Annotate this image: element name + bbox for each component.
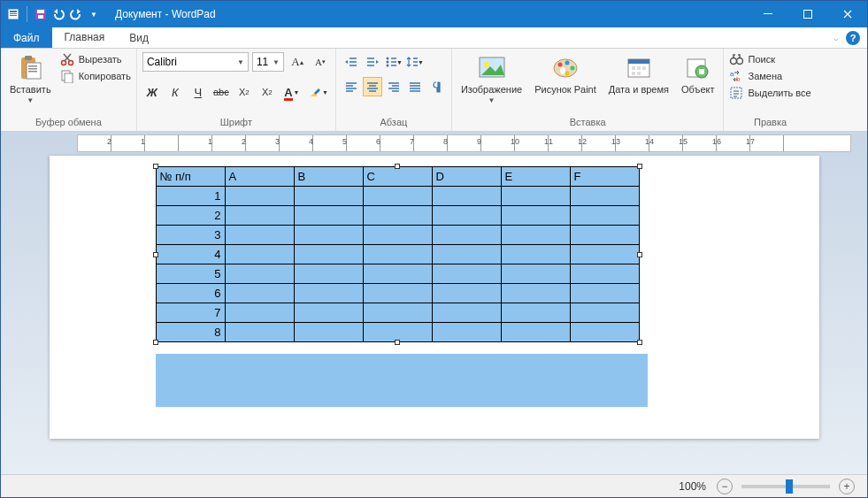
table-cell[interactable] bbox=[432, 245, 501, 264]
selection-handle[interactable] bbox=[637, 252, 642, 257]
table-cell[interactable]: 7 bbox=[156, 303, 225, 323]
table-cell[interactable] bbox=[501, 245, 570, 264]
table-cell[interactable] bbox=[432, 264, 501, 284]
strikethrough-button[interactable]: abc bbox=[211, 82, 231, 102]
paste-button[interactable]: Вставить ▼ bbox=[6, 52, 55, 106]
table-cell[interactable] bbox=[432, 284, 501, 303]
table-cell[interactable]: 3 bbox=[156, 226, 225, 245]
copy-button[interactable]: Копировать bbox=[60, 69, 131, 83]
subscript-button[interactable]: X2 bbox=[234, 82, 254, 102]
qat-customize-icon[interactable]: ▼ bbox=[87, 7, 101, 21]
grow-font-button[interactable]: A▴ bbox=[288, 52, 307, 72]
table-cell[interactable] bbox=[501, 206, 570, 226]
table-cell[interactable] bbox=[294, 303, 363, 323]
selection-handle[interactable] bbox=[637, 340, 642, 345]
underline-button[interactable]: Ч bbox=[188, 82, 208, 102]
ribbon-collapse-icon[interactable]: ⌵ bbox=[833, 33, 839, 42]
italic-button[interactable]: К bbox=[165, 82, 185, 102]
table-cell[interactable]: 6 bbox=[156, 284, 225, 303]
minimize-button[interactable] bbox=[748, 1, 787, 27]
table-cell[interactable] bbox=[225, 187, 294, 206]
table-header-cell[interactable]: C bbox=[363, 167, 432, 187]
align-left-button[interactable] bbox=[342, 77, 361, 96]
table-cell[interactable] bbox=[501, 284, 570, 303]
redo-icon[interactable] bbox=[69, 7, 83, 21]
table-cell[interactable] bbox=[225, 303, 294, 323]
table-cell[interactable] bbox=[225, 284, 294, 303]
table-cell[interactable]: 4 bbox=[156, 245, 225, 264]
table-cell[interactable] bbox=[294, 323, 363, 342]
table-header-cell[interactable]: D bbox=[432, 167, 501, 187]
selection-handle[interactable] bbox=[153, 340, 158, 345]
help-icon[interactable]: ? bbox=[846, 31, 860, 45]
table-cell[interactable] bbox=[363, 303, 432, 323]
table-header-cell[interactable]: E bbox=[501, 167, 570, 187]
table-cell[interactable] bbox=[570, 303, 639, 323]
table-cell[interactable] bbox=[432, 206, 501, 226]
table-cell[interactable] bbox=[570, 245, 639, 264]
decrease-indent-button[interactable] bbox=[342, 52, 361, 72]
table-cell[interactable] bbox=[294, 284, 363, 303]
superscript-button[interactable]: X2 bbox=[257, 82, 277, 102]
shrink-font-button[interactable]: A▾ bbox=[311, 52, 330, 72]
table-cell[interactable] bbox=[432, 226, 501, 245]
table-cell[interactable] bbox=[294, 187, 363, 206]
insert-image-button[interactable]: Изображение ▼ bbox=[457, 52, 526, 106]
table-cell[interactable] bbox=[225, 264, 294, 284]
table-header-cell[interactable]: F bbox=[570, 167, 639, 187]
table-header-cell[interactable]: № п/п bbox=[156, 167, 225, 187]
table-cell[interactable] bbox=[501, 323, 570, 342]
save-icon[interactable] bbox=[34, 7, 48, 21]
table-cell[interactable] bbox=[225, 206, 294, 226]
table-cell[interactable] bbox=[570, 323, 639, 342]
table-cell[interactable] bbox=[570, 226, 639, 245]
tab-file[interactable]: Файл bbox=[1, 27, 52, 48]
selectall-button[interactable]: Выделить все bbox=[729, 86, 810, 100]
increase-indent-button[interactable] bbox=[363, 52, 382, 72]
table-header-cell[interactable]: A bbox=[225, 167, 294, 187]
find-button[interactable]: Поиск bbox=[729, 52, 810, 66]
table-cell[interactable]: 8 bbox=[156, 323, 225, 342]
table-cell[interactable] bbox=[432, 187, 501, 206]
table-cell[interactable] bbox=[363, 187, 432, 206]
align-justify-button[interactable] bbox=[405, 77, 425, 96]
table-cell[interactable] bbox=[363, 284, 432, 303]
font-color-button[interactable]: A▼ bbox=[280, 82, 303, 102]
table-cell[interactable] bbox=[570, 264, 639, 284]
table-cell[interactable] bbox=[432, 323, 501, 342]
document-page[interactable]: № п/пABCDEF12345678 bbox=[50, 156, 819, 439]
zoom-in-button[interactable]: + bbox=[839, 479, 855, 494]
table-cell[interactable] bbox=[432, 303, 501, 323]
font-size-combo[interactable]: 11 ▼ bbox=[252, 52, 284, 72]
tab-home[interactable]: Главная bbox=[52, 27, 118, 48]
table-cell[interactable] bbox=[363, 245, 432, 264]
table-cell[interactable] bbox=[225, 323, 294, 342]
bullet-list-button[interactable]: ▼ bbox=[384, 52, 403, 72]
table-cell[interactable] bbox=[501, 303, 570, 323]
tab-view[interactable]: Вид bbox=[117, 27, 161, 48]
selection-handle[interactable] bbox=[395, 340, 400, 345]
table-cell[interactable] bbox=[570, 187, 639, 206]
table-cell[interactable] bbox=[501, 187, 570, 206]
table-cell[interactable] bbox=[225, 226, 294, 245]
paragraph-dialog-button[interactable] bbox=[426, 77, 446, 96]
cut-button[interactable]: Вырезать bbox=[60, 52, 131, 66]
table-cell[interactable] bbox=[294, 206, 363, 226]
table-header-cell[interactable]: B bbox=[294, 167, 363, 187]
table-cell[interactable] bbox=[294, 264, 363, 284]
table-cell[interactable] bbox=[363, 226, 432, 245]
zoom-out-button[interactable]: − bbox=[717, 479, 733, 494]
insert-paint-button[interactable]: Рисунок Paint bbox=[531, 52, 600, 96]
selection-handle[interactable] bbox=[153, 164, 158, 169]
bold-button[interactable]: Ж bbox=[142, 82, 162, 102]
table-cell[interactable] bbox=[501, 264, 570, 284]
selection-handle[interactable] bbox=[637, 164, 642, 169]
selection-handle[interactable] bbox=[395, 164, 400, 169]
insert-object-button[interactable]: Объект bbox=[678, 52, 718, 96]
close-button[interactable] bbox=[827, 1, 867, 27]
highlight-button[interactable]: ▼ bbox=[307, 82, 330, 102]
content-table[interactable]: № п/пABCDEF12345678 bbox=[156, 166, 640, 342]
undo-icon[interactable] bbox=[51, 7, 65, 21]
align-right-button[interactable] bbox=[384, 77, 403, 96]
font-family-combo[interactable]: Calibri ▼ bbox=[142, 52, 249, 72]
